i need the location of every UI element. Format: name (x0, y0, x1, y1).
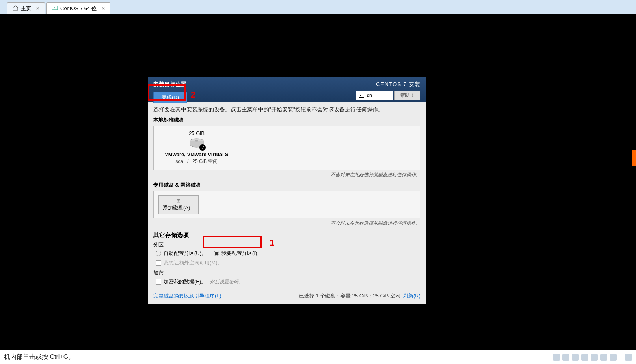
special-disk-panel: ⊞ 添加磁盘(A)... (153, 191, 420, 218)
local-disks-label: 本地标准磁盘 (153, 116, 420, 124)
keyboard-icon (359, 94, 364, 98)
checkbox-encrypt[interactable]: 加密我的数据(E)。 然后设置密码。 (156, 278, 420, 285)
checkbox-encrypt-label: 加密我的数据(E)。 (164, 278, 206, 285)
disk-size: 25 GiB (189, 130, 205, 136)
page-title: 安装目标位置 (153, 81, 187, 88)
help-button[interactable]: 帮助！ (394, 91, 420, 100)
vm-icon (52, 5, 58, 12)
check-icon: ✓ (199, 144, 206, 151)
storage-options-title: 其它存储选项 (153, 231, 420, 239)
full-summary-link[interactable]: 完整磁盘摘要以及引导程序(F)... (153, 292, 225, 299)
svg-point-2 (195, 140, 198, 142)
installer-header: 安装目标位置 完成(D) CENTOS 7 安装 cn 帮助！ (148, 77, 426, 102)
radio-auto-partition[interactable]: 自动配置分区(U)。 (156, 250, 206, 257)
tray-icon[interactable] (625, 354, 632, 361)
encrypt-label: 加密 (153, 270, 420, 277)
tray-icon[interactable] (610, 354, 617, 361)
separator (621, 353, 621, 361)
special-disks-label: 专用磁盘 & 网络磁盘 (153, 181, 420, 188)
summary-text: 已选择 1 个磁盘；容量 25 GiB；25 GiB 空闲 (299, 293, 400, 299)
disk-detail: sda / 25 GiB 空闲 (176, 158, 218, 165)
vm-display[interactable]: 安装目标位置 完成(D) CENTOS 7 安装 cn 帮助！ 选择要在其中安装… (0, 14, 636, 350)
storage-options: 其它存储选项 分区 自动配置分区(U)。 我要配置分区(I)。 我想让额外空间可… (153, 231, 420, 285)
radio-icon (214, 251, 219, 256)
add-disk-label: 添加磁盘(A)... (163, 204, 194, 211)
annotation-number: 2 (191, 90, 195, 100)
checkbox-extra-label: 我想让额外空间可用(M)。 (164, 259, 223, 266)
close-icon[interactable]: ✕ (36, 6, 40, 11)
encrypt-hint: 然后设置密码。 (210, 279, 243, 285)
radio-auto-label: 自动配置分区(U)。 (164, 250, 206, 257)
hint-text: 不会对未在此处选择的磁盘进行任何操作。 (153, 220, 420, 227)
installer-window: 安装目标位置 完成(D) CENTOS 7 安装 cn 帮助！ 选择要在其中安装… (148, 77, 426, 304)
annotation-number: 1 (270, 238, 274, 248)
installer-body: 选择要在其中安装系统的设备。点击主菜单中的"开始安装"按钮前不会对该设备进行任何… (148, 102, 426, 304)
radio-icon (156, 251, 161, 256)
status-text: 机内部单击或按 Ctrl+G。 (4, 353, 74, 361)
radio-manual-label: 我要配置分区(I)。 (221, 250, 262, 257)
close-icon[interactable]: ✕ (101, 6, 105, 11)
tray-icons (553, 353, 632, 361)
status-bar: 机内部单击或按 Ctrl+G。 (0, 350, 636, 364)
partition-label: 分区 (153, 241, 420, 248)
tab-vm-label: CentOS 7 64 位 (60, 5, 97, 12)
tray-icon[interactable] (581, 354, 588, 361)
hard-disk-icon: ✓ (189, 138, 204, 150)
disk-name: VMware, VMware Virtual S (165, 152, 229, 157)
tab-home-label: 主页 (21, 5, 31, 12)
side-tab[interactable] (632, 150, 636, 166)
done-button[interactable]: 完成(D) (153, 92, 187, 103)
hint-text: 不会对未在此处选择的磁盘进行任何操作。 (153, 172, 420, 178)
tray-icon[interactable] (553, 354, 560, 361)
tray-icon[interactable] (562, 354, 569, 361)
add-disk-button[interactable]: ⊞ 添加磁盘(A)... (158, 195, 199, 214)
lang-code: cn (367, 93, 372, 98)
footer-row: 完整磁盘摘要以及引导程序(F)... 已选择 1 个磁盘；容量 25 GiB；2… (153, 292, 420, 299)
refresh-link[interactable]: 刷新(R) (403, 293, 420, 299)
instruction-text: 选择要在其中安装系统的设备。点击主菜单中的"开始安装"按钮前不会对该设备进行任何… (153, 106, 420, 113)
plus-icon: ⊞ (177, 198, 180, 203)
tray-icon[interactable] (572, 354, 579, 361)
checkbox-icon (156, 279, 161, 285)
checkbox-extra-space: 我想让额外空间可用(M)。 (156, 259, 420, 266)
keyboard-layout-indicator[interactable]: cn (356, 91, 393, 100)
home-icon (12, 5, 19, 12)
radio-manual-partition[interactable]: 我要配置分区(I)。 (214, 250, 262, 257)
tray-icon[interactable] (591, 354, 598, 361)
tab-vm[interactable]: CentOS 7 64 位 ✕ (46, 2, 110, 14)
checkbox-icon (156, 260, 161, 266)
tray-icon[interactable] (600, 354, 607, 361)
disk-item[interactable]: 25 GiB ✓ VMware, VMware Virtual S sda / (159, 130, 234, 165)
tab-home[interactable]: 主页 ✕ (7, 2, 45, 14)
tabs-bar: 主页 ✕ CentOS 7 64 位 ✕ (0, 0, 636, 14)
brand-label: CENTOS 7 安装 (376, 81, 420, 88)
local-disk-panel: 25 GiB ✓ VMware, VMware Virtual S sda / (153, 126, 420, 170)
